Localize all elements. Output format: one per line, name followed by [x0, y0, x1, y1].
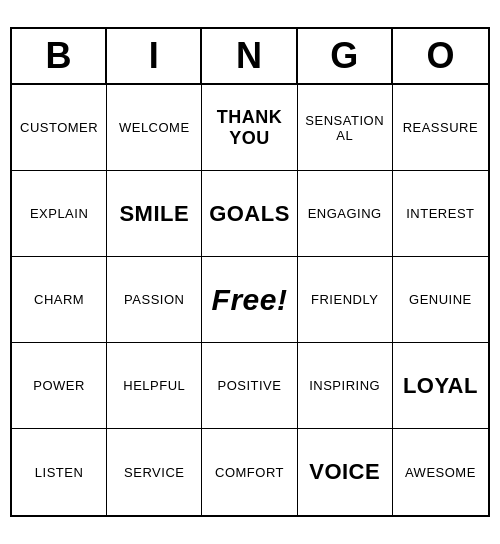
- bingo-cell-r3-c1: HELPFUL: [107, 343, 202, 429]
- bingo-cell-r4-c0: LISTEN: [12, 429, 107, 515]
- bingo-cell-r2-c1: PASSION: [107, 257, 202, 343]
- bingo-cell-r3-c3: INSPIRING: [298, 343, 393, 429]
- bingo-cell-r1-c3: ENGAGING: [298, 171, 393, 257]
- bingo-card: BINGO CUSTOMERWELCOMETHANK YOUSENSATIONA…: [10, 27, 490, 517]
- bingo-cell-r0-c2: THANK YOU: [202, 85, 297, 171]
- bingo-cell-r3-c0: POWER: [12, 343, 107, 429]
- bingo-header-letter: G: [298, 29, 393, 83]
- bingo-cell-r2-c0: CHARM: [12, 257, 107, 343]
- bingo-cell-r1-c2: GOALS: [202, 171, 297, 257]
- bingo-header-letter: N: [202, 29, 297, 83]
- bingo-cell-r3-c4: LOYAL: [393, 343, 488, 429]
- bingo-cell-r0-c4: REASSURE: [393, 85, 488, 171]
- bingo-header-letter: I: [107, 29, 202, 83]
- bingo-cell-r0-c0: CUSTOMER: [12, 85, 107, 171]
- bingo-cell-r4-c1: SERVICE: [107, 429, 202, 515]
- bingo-cell-r2-c3: FRIENDLY: [298, 257, 393, 343]
- bingo-cell-r3-c2: POSITIVE: [202, 343, 297, 429]
- bingo-cell-r1-c1: SMILE: [107, 171, 202, 257]
- bingo-cell-r4-c2: COMFORT: [202, 429, 297, 515]
- bingo-cell-r4-c4: AWESOME: [393, 429, 488, 515]
- bingo-cell-r4-c3: VOICE: [298, 429, 393, 515]
- bingo-cell-r2-c2: Free!: [202, 257, 297, 343]
- bingo-header-letter: O: [393, 29, 488, 83]
- bingo-cell-r2-c4: GENUINE: [393, 257, 488, 343]
- bingo-cell-r1-c4: INTEREST: [393, 171, 488, 257]
- bingo-cell-r0-c3: SENSATIONAL: [298, 85, 393, 171]
- bingo-grid: CUSTOMERWELCOMETHANK YOUSENSATIONALREASS…: [12, 85, 488, 515]
- bingo-cell-r1-c0: EXPLAIN: [12, 171, 107, 257]
- bingo-header: BINGO: [12, 29, 488, 85]
- bingo-cell-r0-c1: WELCOME: [107, 85, 202, 171]
- bingo-header-letter: B: [12, 29, 107, 83]
